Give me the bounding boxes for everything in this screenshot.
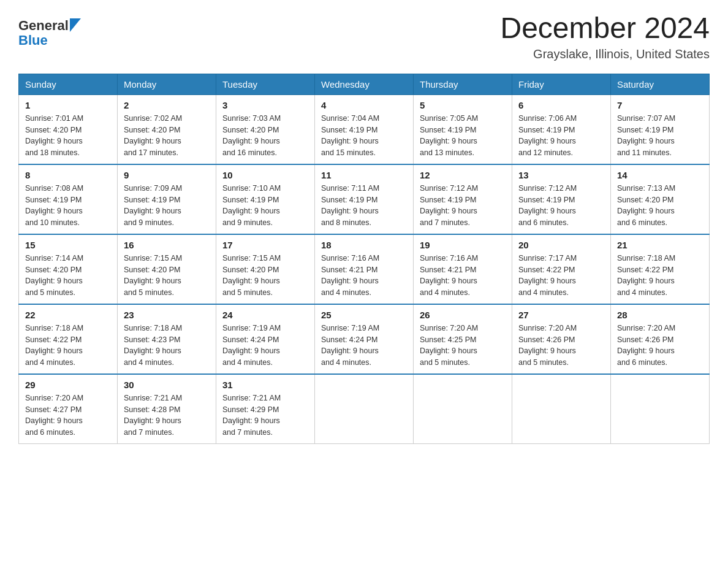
col-monday: Monday — [118, 74, 216, 94]
day-info: Sunrise: 7:19 AM Sunset: 4:24 PM Dayligh… — [321, 323, 407, 369]
day-info: Sunrise: 7:10 AM Sunset: 4:19 PM Dayligh… — [222, 183, 308, 229]
calendar-week-row: 1 Sunrise: 7:01 AM Sunset: 4:20 PM Dayli… — [19, 94, 710, 164]
table-row: 26 Sunrise: 7:20 AM Sunset: 4:25 PM Dayl… — [414, 304, 512, 374]
day-info: Sunrise: 7:17 AM Sunset: 4:22 PM Dayligh… — [518, 253, 604, 299]
day-info: Sunrise: 7:21 AM Sunset: 4:29 PM Dayligh… — [222, 393, 308, 439]
table-row: 8 Sunrise: 7:08 AM Sunset: 4:19 PM Dayli… — [19, 164, 118, 234]
day-info: Sunrise: 7:14 AM Sunset: 4:20 PM Dayligh… — [25, 253, 111, 299]
table-row: 1 Sunrise: 7:01 AM Sunset: 4:20 PM Dayli… — [19, 94, 118, 164]
title-area: December 2024 Grayslake, Illinois, Unite… — [500, 12, 710, 61]
day-info: Sunrise: 7:05 AM Sunset: 4:19 PM Dayligh… — [420, 113, 506, 159]
day-number: 23 — [124, 310, 210, 320]
table-row — [315, 374, 414, 444]
table-row: 29 Sunrise: 7:20 AM Sunset: 4:27 PM Dayl… — [19, 374, 118, 444]
day-info: Sunrise: 7:09 AM Sunset: 4:19 PM Dayligh… — [124, 183, 210, 229]
day-info: Sunrise: 7:13 AM Sunset: 4:20 PM Dayligh… — [617, 183, 703, 229]
logo-text-blue: Blue — [18, 33, 48, 48]
day-info: Sunrise: 7:02 AM Sunset: 4:20 PM Dayligh… — [124, 113, 210, 159]
day-number: 29 — [25, 380, 111, 390]
col-friday: Friday — [512, 74, 611, 94]
table-row: 4 Sunrise: 7:04 AM Sunset: 4:19 PM Dayli… — [315, 94, 414, 164]
table-row: 19 Sunrise: 7:16 AM Sunset: 4:21 PM Dayl… — [414, 234, 512, 304]
table-row: 14 Sunrise: 7:13 AM Sunset: 4:20 PM Dayl… — [611, 164, 710, 234]
day-number: 1 — [25, 100, 111, 110]
calendar-week-row: 15 Sunrise: 7:14 AM Sunset: 4:20 PM Dayl… — [19, 234, 710, 304]
month-title: December 2024 — [500, 12, 710, 45]
table-row: 6 Sunrise: 7:06 AM Sunset: 4:19 PM Dayli… — [512, 94, 611, 164]
day-number: 15 — [25, 240, 111, 250]
table-row: 10 Sunrise: 7:10 AM Sunset: 4:19 PM Dayl… — [216, 164, 315, 234]
table-row — [611, 374, 710, 444]
table-row: 5 Sunrise: 7:05 AM Sunset: 4:19 PM Dayli… — [414, 94, 512, 164]
logo: General Blue — [18, 18, 81, 48]
table-row — [512, 374, 611, 444]
location-title: Grayslake, Illinois, United States — [500, 47, 710, 61]
day-info: Sunrise: 7:19 AM Sunset: 4:24 PM Dayligh… — [222, 323, 308, 369]
calendar-week-row: 8 Sunrise: 7:08 AM Sunset: 4:19 PM Dayli… — [19, 164, 710, 234]
table-row: 18 Sunrise: 7:16 AM Sunset: 4:21 PM Dayl… — [315, 234, 414, 304]
calendar-week-row: 29 Sunrise: 7:20 AM Sunset: 4:27 PM Dayl… — [19, 374, 710, 444]
day-info: Sunrise: 7:15 AM Sunset: 4:20 PM Dayligh… — [222, 253, 308, 299]
table-row: 17 Sunrise: 7:15 AM Sunset: 4:20 PM Dayl… — [216, 234, 315, 304]
day-info: Sunrise: 7:21 AM Sunset: 4:28 PM Dayligh… — [124, 393, 210, 439]
day-number: 20 — [518, 240, 604, 250]
calendar-table: Sunday Monday Tuesday Wednesday Thursday… — [18, 74, 710, 444]
table-row: 3 Sunrise: 7:03 AM Sunset: 4:20 PM Dayli… — [216, 94, 315, 164]
day-number: 25 — [321, 310, 407, 320]
table-row: 2 Sunrise: 7:02 AM Sunset: 4:20 PM Dayli… — [118, 94, 216, 164]
logo-triangle-icon — [70, 18, 81, 32]
day-number: 27 — [518, 310, 604, 320]
table-row: 11 Sunrise: 7:11 AM Sunset: 4:19 PM Dayl… — [315, 164, 414, 234]
calendar-week-row: 22 Sunrise: 7:18 AM Sunset: 4:22 PM Dayl… — [19, 304, 710, 374]
day-info: Sunrise: 7:18 AM Sunset: 4:22 PM Dayligh… — [25, 323, 111, 369]
col-thursday: Thursday — [414, 74, 512, 94]
day-info: Sunrise: 7:06 AM Sunset: 4:19 PM Dayligh… — [518, 113, 604, 159]
day-number: 19 — [420, 240, 506, 250]
day-info: Sunrise: 7:16 AM Sunset: 4:21 PM Dayligh… — [321, 253, 407, 299]
day-info: Sunrise: 7:07 AM Sunset: 4:19 PM Dayligh… — [617, 113, 703, 159]
table-row: 28 Sunrise: 7:20 AM Sunset: 4:26 PM Dayl… — [611, 304, 710, 374]
table-row: 23 Sunrise: 7:18 AM Sunset: 4:23 PM Dayl… — [118, 304, 216, 374]
table-row: 16 Sunrise: 7:15 AM Sunset: 4:20 PM Dayl… — [118, 234, 216, 304]
day-info: Sunrise: 7:04 AM Sunset: 4:19 PM Dayligh… — [321, 113, 407, 159]
day-number: 31 — [222, 380, 308, 390]
day-number: 3 — [222, 100, 308, 110]
day-number: 17 — [222, 240, 308, 250]
day-info: Sunrise: 7:12 AM Sunset: 4:19 PM Dayligh… — [518, 183, 604, 229]
day-number: 6 — [518, 100, 604, 110]
table-row: 21 Sunrise: 7:18 AM Sunset: 4:22 PM Dayl… — [611, 234, 710, 304]
table-row: 20 Sunrise: 7:17 AM Sunset: 4:22 PM Dayl… — [512, 234, 611, 304]
day-number: 10 — [222, 170, 308, 180]
svg-marker-0 — [70, 18, 81, 32]
day-number: 18 — [321, 240, 407, 250]
day-info: Sunrise: 7:18 AM Sunset: 4:23 PM Dayligh… — [124, 323, 210, 369]
day-info: Sunrise: 7:01 AM Sunset: 4:20 PM Dayligh… — [25, 113, 111, 159]
day-number: 11 — [321, 170, 407, 180]
day-info: Sunrise: 7:16 AM Sunset: 4:21 PM Dayligh… — [420, 253, 506, 299]
day-number: 24 — [222, 310, 308, 320]
calendar-header-row: Sunday Monday Tuesday Wednesday Thursday… — [19, 74, 710, 94]
day-info: Sunrise: 7:20 AM Sunset: 4:27 PM Dayligh… — [25, 393, 111, 439]
table-row — [414, 374, 512, 444]
day-number: 8 — [25, 170, 111, 180]
day-info: Sunrise: 7:20 AM Sunset: 4:26 PM Dayligh… — [617, 323, 703, 369]
table-row: 9 Sunrise: 7:09 AM Sunset: 4:19 PM Dayli… — [118, 164, 216, 234]
day-number: 22 — [25, 310, 111, 320]
table-row: 13 Sunrise: 7:12 AM Sunset: 4:19 PM Dayl… — [512, 164, 611, 234]
day-info: Sunrise: 7:08 AM Sunset: 4:19 PM Dayligh… — [25, 183, 111, 229]
col-tuesday: Tuesday — [216, 74, 315, 94]
day-info: Sunrise: 7:18 AM Sunset: 4:22 PM Dayligh… — [617, 253, 703, 299]
page-header: General Blue December 2024 Grayslake, Il… — [18, 12, 710, 61]
day-number: 9 — [124, 170, 210, 180]
col-saturday: Saturday — [611, 74, 710, 94]
day-number: 12 — [420, 170, 506, 180]
col-wednesday: Wednesday — [315, 74, 414, 94]
day-number: 30 — [124, 380, 210, 390]
logo-text-general: General — [18, 18, 69, 33]
day-number: 13 — [518, 170, 604, 180]
day-number: 7 — [617, 100, 703, 110]
day-info: Sunrise: 7:12 AM Sunset: 4:19 PM Dayligh… — [420, 183, 506, 229]
day-number: 28 — [617, 310, 703, 320]
day-number: 2 — [124, 100, 210, 110]
table-row: 25 Sunrise: 7:19 AM Sunset: 4:24 PM Dayl… — [315, 304, 414, 374]
